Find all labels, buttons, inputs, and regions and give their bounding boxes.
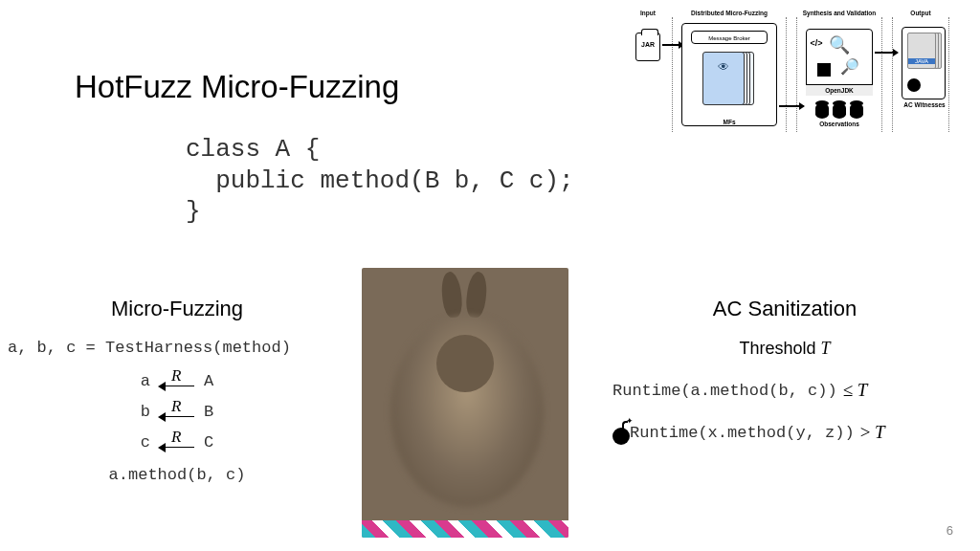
- database-icon: [833, 103, 846, 119]
- test-harness-line: a, b, c = TestHarness(method): [8, 339, 354, 357]
- openjdk-label: OpenJDK: [806, 84, 873, 96]
- derivation-row: c R C: [0, 428, 354, 456]
- java-file-icon: JAVA: [907, 33, 936, 69]
- diagram-label-dist: Distributed Micro-Fuzzing: [672, 10, 787, 16]
- jar-icon: JAR: [635, 33, 660, 61]
- threshold-var: T: [821, 339, 831, 358]
- method-call-line: a.method(b, c): [0, 466, 354, 484]
- slide: HotFuzz Micro-Fuzzing Input Distributed …: [0, 0, 980, 551]
- relation-T: T: [875, 422, 885, 442]
- code-line: }: [186, 197, 201, 226]
- diagram-label-output: Output: [892, 10, 949, 16]
- rabbit-photo: [362, 268, 568, 538]
- photo-shape: [362, 520, 568, 538]
- photo-shape: [465, 271, 489, 319]
- deriv-rhs: B: [204, 403, 213, 421]
- mf-card-front: 👁: [702, 52, 745, 105]
- derivation-row: b R B: [0, 397, 354, 426]
- micro-fuzzing-column: Micro-Fuzzing a, b, c = TestHarness(meth…: [0, 297, 354, 484]
- code-brackets-icon: </>: [806, 38, 827, 48]
- page-number: 6: [947, 523, 953, 538]
- java-badge: JAVA: [908, 58, 935, 64]
- deriv-rhs: C: [204, 433, 213, 452]
- photo-shape: [436, 335, 494, 392]
- deriv-lhs: a: [141, 372, 150, 390]
- left-arrow-icon: R: [160, 399, 194, 424]
- photo-shape: [440, 271, 464, 319]
- magnifier-icon: 🔍: [829, 34, 850, 55]
- jar-label: JAR: [636, 41, 659, 48]
- architecture-diagram: Input Distributed Micro-Fuzzing Synthesi…: [626, 10, 961, 134]
- left-arrow-icon: R: [160, 430, 194, 454]
- bomb-icon: ✦: [609, 418, 634, 443]
- deriv-lhs: b: [141, 403, 150, 421]
- code-line: class A {: [186, 135, 320, 164]
- code-line: public method(B b, C c);: [186, 166, 574, 195]
- arrow-superscript: R: [171, 397, 181, 416]
- chip-icon: [817, 63, 831, 77]
- micro-fuzzing-heading: Micro-Fuzzing: [0, 297, 354, 321]
- left-arrow-icon: R: [160, 368, 194, 393]
- relation-op: >: [860, 422, 875, 442]
- diagram-label-synth: Synthesis and Validation: [796, 10, 882, 16]
- observations-label: Observations: [806, 121, 873, 127]
- runtime-row-ok: Runtime(a.method(b, c)) ≤ T: [612, 380, 976, 401]
- database-icon: [850, 103, 863, 119]
- arrow-superscript: R: [171, 366, 181, 386]
- message-broker-box: Message Broker: [691, 31, 768, 44]
- ac-sanitization-heading: AC Sanitization: [593, 297, 976, 321]
- runtime-expr: Runtime(a.method(b, c)): [612, 382, 837, 400]
- code-block: class A { public method(B b, C c); }: [186, 134, 574, 228]
- relation: > T: [860, 422, 885, 443]
- diagram-label-input: Input: [634, 10, 662, 16]
- arrow-icon: [779, 105, 804, 107]
- threshold-line: Threshold T: [593, 339, 976, 359]
- arrow-superscript: R: [171, 428, 181, 447]
- relation-T: T: [858, 380, 868, 400]
- mfs-label: MFs: [681, 119, 777, 125]
- arrow-icon: [662, 44, 683, 46]
- runtime-row-violation: ✦ Runtime(x.method(y, z)) > T: [612, 422, 976, 443]
- relation: ≤ T: [843, 380, 868, 401]
- deriv-lhs: c: [141, 433, 150, 452]
- runtime-expr: Runtime(x.method(y, z)): [630, 424, 855, 442]
- magnifier-icon: 🔎: [840, 57, 859, 76]
- bomb-icon: [907, 78, 921, 92]
- eye-icon: 👁: [718, 60, 729, 74]
- deriv-rhs: A: [204, 372, 213, 390]
- slide-title: HotFuzz Micro-Fuzzing: [75, 69, 399, 105]
- relation-op: ≤: [843, 380, 858, 400]
- threshold-prefix: Threshold: [739, 339, 820, 358]
- database-icon: [815, 103, 829, 119]
- witnesses-label: AC Witnesses: [898, 101, 951, 108]
- arrow-icon: [875, 52, 898, 54]
- derivation-row: a R A: [0, 366, 354, 395]
- ac-sanitization-column: AC Sanitization Threshold T Runtime(a.me…: [593, 297, 976, 464]
